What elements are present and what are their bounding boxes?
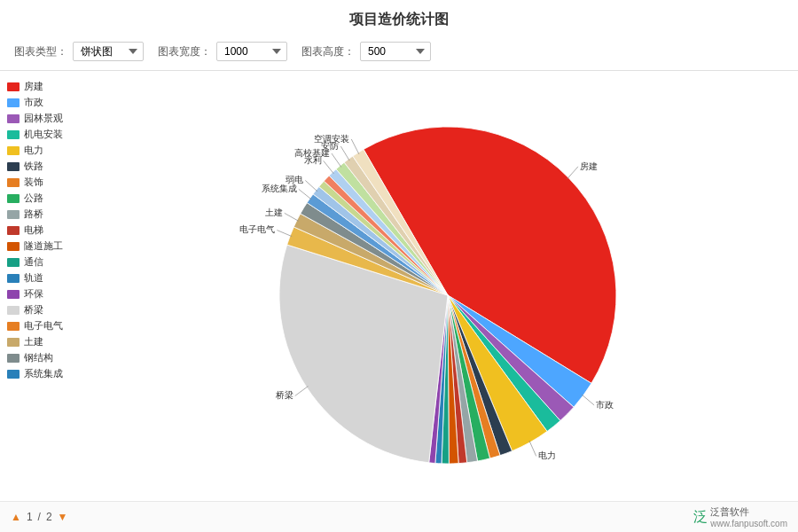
next-page-button[interactable]: ▼ [58,511,68,523]
pie-label-line [299,189,311,200]
legend-color [7,274,20,283]
legend-label: 环保 [24,287,43,301]
legend-color [7,82,20,91]
pie-label: 房建 [580,160,598,170]
brand-name: 泛普软件 [710,505,787,519]
legend-color [7,306,20,315]
pie-label: 土建 [265,207,283,216]
legend-item: 土建 [7,335,90,348]
legend-color [7,162,20,171]
pie-label-line [295,386,309,395]
content-area: 房建市政园林景观机电安装电力铁路装饰公路路桥电梯隧道施工通信轨道环保桥梁电子电气… [0,71,798,501]
legend-label: 电子电气 [24,319,63,332]
pagination: ▲ 1 / 2 ▼ [11,511,68,523]
pie-label: 桥梁 [275,390,293,400]
legend-color [7,354,20,363]
legend-item: 电子电气 [7,319,90,332]
legend-item: 系统集成 [7,367,90,380]
footer: ▲ 1 / 2 ▼ 泛 泛普软件 www.fanpusoft.com [0,501,798,532]
pie-label: 弱电 [286,175,303,184]
legend-color [7,114,20,123]
brand-info: 泛普软件 www.fanpusoft.com [710,505,787,528]
legend-label: 电梯 [24,223,43,237]
pie-label-line [324,160,334,174]
legend-label: 机电安装 [24,128,63,141]
legend-color [7,210,20,219]
legend-item: 轨道 [7,271,90,285]
pie-label-line [285,213,299,221]
legend-label: 桥梁 [24,303,43,317]
legend-label: 钢结构 [24,351,53,364]
legend-item: 园林景观 [7,112,90,125]
legend-label: 轨道 [24,271,43,285]
page-separator: / [38,511,41,523]
legend-color [7,322,20,331]
legend-label: 公路 [24,192,43,205]
legend-item: 通信 [7,255,90,269]
legend-item: 隧道施工 [7,239,90,253]
legend-color [7,146,20,155]
legend-label: 系统集成 [24,367,63,380]
chart-area: 房建市政电力桥梁电子电气土建系统集成弱电水利高校基建安防空调安装 [98,71,798,501]
pie-label: 市政 [596,399,614,409]
legend-color [7,226,20,235]
legend-label: 隧道施工 [24,239,63,253]
legend-color [7,178,20,187]
legend-color [7,98,20,107]
legend-label: 房建 [24,80,43,93]
pie-label-line [332,153,341,167]
legend-color [7,194,20,203]
legend: 房建市政园林景观机电安装电力铁路装饰公路路桥电梯隧道施工通信轨道环保桥梁电子电气… [0,71,98,501]
legend-item: 路桥 [7,207,90,221]
legend-label: 土建 [24,335,43,348]
legend-color [7,242,20,251]
pie-label-line [277,230,292,236]
chart-height-label: 图表高度： [301,44,355,59]
legend-item: 装饰 [7,176,90,189]
legend-color [7,290,20,299]
chart-height-item: 图表高度： 500 400 600 [301,42,431,61]
page-title: 项目造价统计图 [0,0,798,36]
pie-label: 系统集成 [262,184,297,193]
brand-logo: 泛 泛普软件 www.fanpusoft.com [693,505,787,528]
legend-item: 环保 [7,287,90,301]
brand-icon: 泛 [693,508,708,527]
legend-label: 装饰 [24,176,43,189]
page-current: 1 [27,511,33,523]
pie-label: 电子电气 [239,224,275,234]
legend-label: 路桥 [24,207,43,221]
pie-label: 空调安装 [314,133,349,143]
pie-chart-svg: 房建市政电力桥梁电子电气土建系统集成弱电水利高校基建安防空调安装 [226,91,669,481]
legend-label: 市政 [24,96,43,109]
legend-item: 钢结构 [7,351,90,364]
page: 项目造价统计图 图表类型： 饼状图 柱状图 折线图 图表宽度： 1000 800… [0,0,798,532]
pie-label-line [529,440,536,455]
pie-label-line [305,180,317,191]
chart-type-label: 图表类型： [14,44,67,59]
legend-color [7,338,20,347]
legend-color [7,370,20,379]
legend-color [7,258,20,267]
page-total: 2 [46,511,52,523]
legend-color [7,130,20,139]
brand-url: www.fanpusoft.com [710,519,787,528]
pie-label-line [567,166,578,178]
legend-item: 桥梁 [7,303,90,317]
chart-width-select[interactable]: 1000 800 1200 [216,42,287,61]
legend-item: 电力 [7,144,90,157]
legend-item: 公路 [7,192,90,205]
pie-label-line [340,146,349,160]
pie-label-line [351,138,359,153]
legend-label: 通信 [24,255,43,269]
legend-label: 电力 [24,144,43,157]
legend-item: 房建 [7,80,90,93]
legend-label: 园林景观 [24,112,63,125]
brand: 泛 泛普软件 www.fanpusoft.com [693,505,787,528]
chart-width-label: 图表宽度： [158,44,211,59]
pie-label-line [582,394,594,404]
legend-label: 铁路 [24,160,43,173]
pie-label: 电力 [538,450,556,460]
chart-height-select[interactable]: 500 400 600 [360,42,431,61]
prev-page-button[interactable]: ▲ [11,511,21,523]
chart-type-select[interactable]: 饼状图 柱状图 折线图 [73,42,144,61]
